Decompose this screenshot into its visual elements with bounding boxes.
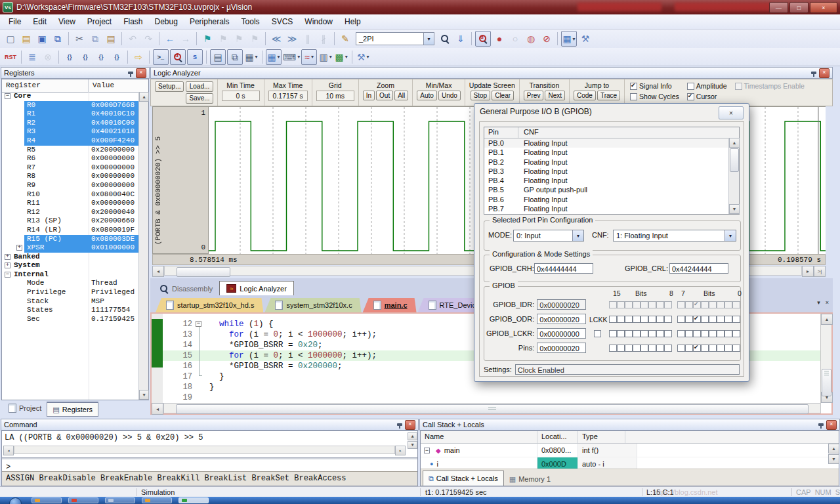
scroll-down-button[interactable]: ▼ (408, 441, 417, 449)
bit-1-checkbox[interactable] (724, 330, 732, 337)
scroll-left-button[interactable]: ◂ (3, 446, 14, 455)
fold-toggle[interactable]: − (196, 321, 201, 327)
out-button[interactable]: Out (376, 91, 393, 100)
signal-info-checkbox[interactable]: Signal Info (630, 82, 679, 90)
trace-window-icon[interactable]: ▥▾ (318, 50, 333, 64)
step-icon[interactable]: {} (62, 50, 77, 64)
close-document-icon[interactable]: × (826, 299, 829, 306)
taskbar-app-5[interactable] (178, 497, 209, 503)
bit-6-checkbox[interactable] (685, 316, 693, 323)
bit-10-checkbox[interactable] (648, 345, 656, 352)
bit-2-checkbox[interactable] (717, 330, 724, 337)
bit-0-checkbox[interactable] (732, 345, 740, 352)
scroll-end-button[interactable]: >| (814, 266, 826, 277)
bit-7-checkbox[interactable] (677, 316, 685, 323)
scroll-up-button[interactable]: ▲ (729, 138, 740, 148)
step-out-icon[interactable]: {} (94, 50, 108, 64)
register-row-r6[interactable]: R60x00000000 (2, 154, 139, 163)
all-button[interactable]: All (394, 91, 408, 100)
bit-0-checkbox[interactable] (732, 316, 740, 323)
watch-window-icon[interactable]: ▦▾ (244, 50, 259, 64)
disassembly-window-icon[interactable]: d (170, 49, 186, 65)
menu-svcs[interactable]: SVCS (266, 17, 299, 26)
bookmark-icon[interactable]: ⚑ (200, 32, 215, 46)
bit-12-checkbox[interactable] (633, 345, 640, 352)
bit-0-checkbox[interactable] (732, 330, 740, 337)
register-column-header[interactable]: Register (2, 79, 89, 92)
chevron-down-icon[interactable]: ▾ (572, 230, 583, 241)
menu-peripherals[interactable]: Peripherals (184, 17, 236, 26)
registers-window-icon[interactable]: ▤ (210, 49, 226, 65)
tab-disassembly[interactable]: Disassembly (153, 282, 219, 295)
register-row-r1[interactable]: R10x40010C10 (2, 110, 139, 119)
scrollbar-thumb[interactable] (730, 148, 739, 172)
cut-icon[interactable]: ✂ (72, 32, 87, 46)
copy-icon[interactable]: ⧉ (88, 32, 102, 46)
pin-row-pb-7[interactable]: PB.7Floating Input (484, 204, 739, 213)
file-tab-system-stm32f10x-c[interactable]: system_stm32f10x.c (264, 298, 361, 312)
load-button[interactable]: Load... (186, 81, 213, 92)
editor-horizontal-scrollbar[interactable]: ◂ (152, 403, 821, 413)
bit-11-checkbox[interactable] (640, 345, 648, 352)
bit-4-checkbox[interactable] (701, 316, 709, 323)
pin-icon[interactable] (397, 423, 402, 426)
editor-vertical-scrollbar[interactable]: ▲ ▼ (821, 314, 831, 403)
watch-edit-icon[interactable]: ✎ (338, 32, 352, 46)
bit-5-checkbox[interactable] (693, 330, 701, 337)
name-column-header[interactable]: Name (421, 431, 537, 443)
bit-15-checkbox[interactable] (609, 330, 617, 337)
scroll-down-button[interactable]: ▼ (828, 454, 839, 464)
pin-column-header[interactable]: Pin (484, 127, 518, 138)
memory-window-icon[interactable]: ▦▾ (266, 49, 282, 65)
bit-7-checkbox[interactable] (677, 330, 685, 337)
scroll-right-button[interactable]: ▸ (802, 266, 814, 277)
register-row-stack[interactable]: StackMSP (2, 297, 139, 306)
register-row-mode[interactable]: ModeThread (2, 279, 139, 288)
bit-8-checkbox[interactable] (664, 330, 672, 337)
bit-1-checkbox[interactable] (724, 316, 732, 323)
code-line-18[interactable]: 18} (152, 382, 820, 392)
show-cycles-checkbox[interactable]: Show Cycles (630, 93, 679, 100)
scroll-down-button[interactable]: ▼ (729, 204, 740, 214)
debug-session-icon[interactable]: d (475, 31, 491, 47)
tree-expander[interactable]: − (5, 93, 10, 99)
register-row-sec[interactable]: Sec0.17159425 (2, 315, 139, 324)
pin-icon[interactable] (811, 72, 816, 74)
bit-5-checkbox[interactable] (693, 345, 701, 352)
window-layout-icon[interactable]: ▦▾ (561, 31, 577, 47)
configure-tools-icon[interactable]: ⚒ (578, 32, 593, 46)
register-row-states[interactable]: States111177554 (2, 306, 139, 315)
close-panel-button[interactable]: × (819, 68, 830, 78)
scroll-up-button[interactable]: ▲ (408, 432, 417, 440)
register-row-r3[interactable]: R30x40021018 (2, 127, 139, 136)
close-panel-button[interactable]: × (405, 420, 415, 430)
tab-project[interactable]: Project (3, 402, 47, 415)
command-scrollbar[interactable]: ◂ ▸ (3, 446, 406, 454)
mode-select[interactable]: 0: Input ▾ (513, 230, 584, 242)
save-button[interactable]: Save... (186, 93, 213, 104)
amplitude-checkbox[interactable]: Amplitude (687, 82, 727, 90)
open-folder-icon[interactable]: ▤ (19, 32, 33, 46)
tree-expander[interactable]: + (5, 254, 10, 260)
scroll-up-button[interactable]: ▲ (828, 444, 839, 453)
register-row-privilege[interactable]: PrivilegePrivileged (2, 288, 139, 297)
value-column-header[interactable]: Value (89, 79, 114, 92)
chevron-down-icon[interactable]: ▾ (724, 230, 736, 241)
enable-breakpoint-icon[interactable]: ○ (508, 32, 522, 46)
menu-view[interactable]: View (52, 17, 81, 26)
scroll-left-button[interactable]: ◂ (152, 403, 163, 415)
command-prompt[interactable]: > (6, 463, 10, 472)
auto-button[interactable]: Auto (417, 91, 437, 100)
cnf-column-header[interactable]: CNF (518, 127, 539, 138)
save-icon[interactable]: ▣ (35, 32, 49, 46)
pin-icon[interactable] (818, 423, 824, 426)
tab-registers[interactable]: ▤ Registers (47, 402, 98, 417)
taskbar-app-1[interactable] (32, 497, 62, 503)
bit-14-checkbox[interactable] (617, 316, 625, 323)
register-row-r9[interactable]: R90x00000000 (2, 181, 139, 190)
menu-edit[interactable]: Edit (27, 17, 52, 26)
indent-right-icon[interactable]: ≫ (285, 32, 299, 46)
bit-7-checkbox[interactable] (677, 345, 685, 352)
register-row-internal[interactable]: −Internal (2, 270, 139, 280)
navigate-back-icon[interactable]: ← (163, 32, 177, 46)
